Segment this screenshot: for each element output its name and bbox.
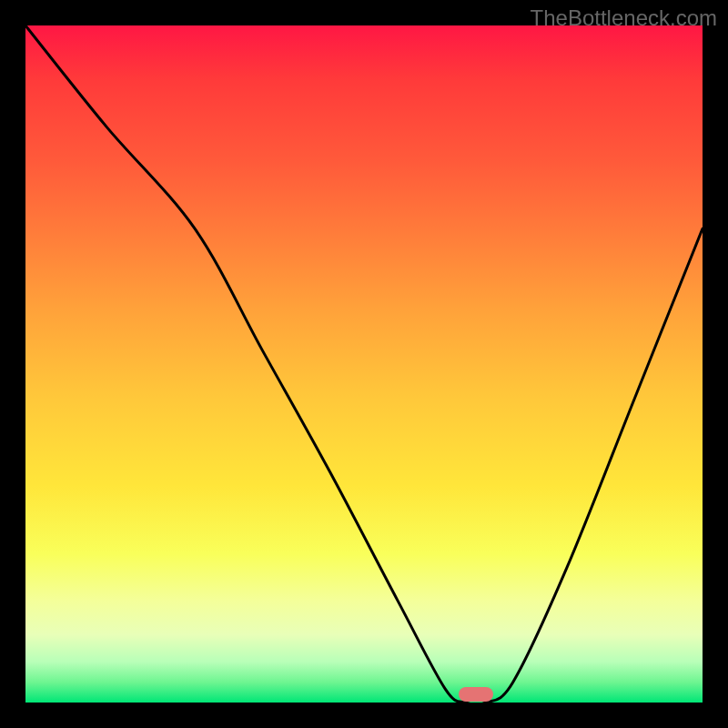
watermark-text: TheBottleneck.com xyxy=(531,5,717,31)
optimal-marker xyxy=(459,687,493,702)
chart-plot-area xyxy=(25,25,703,703)
bottleneck-curve xyxy=(25,25,703,703)
